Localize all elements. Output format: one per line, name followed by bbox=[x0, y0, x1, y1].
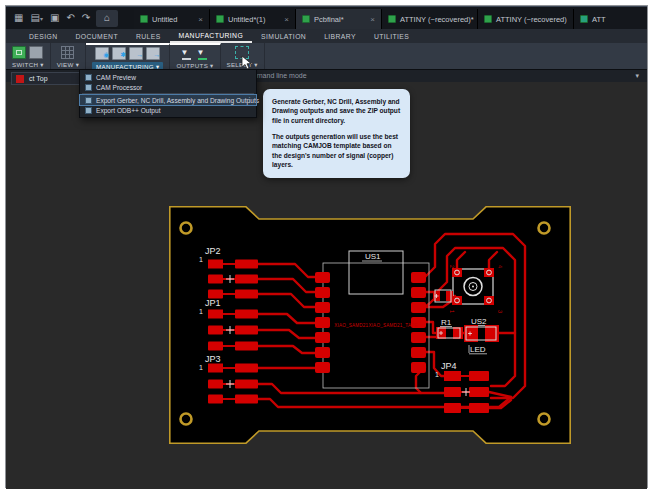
export-odb-icon[interactable]: → bbox=[146, 47, 160, 60]
svg-text:JP3: JP3 bbox=[205, 354, 221, 364]
tab-attiny-recovered-mod[interactable]: ATTINY (~recovered)* × bbox=[382, 9, 478, 29]
close-tab-icon[interactable]: × bbox=[278, 15, 289, 24]
menubar: DESIGN DOCUMENT RULES MANUFACTURING SIMU… bbox=[6, 29, 647, 43]
redo-icon[interactable]: ↷ bbox=[82, 10, 90, 26]
outputs-group-label[interactable]: OUTPUTS ▾ bbox=[176, 62, 213, 69]
tooltip-paragraph-1: Generate Gerber, NC Drill, Assembly and … bbox=[272, 97, 401, 125]
svg-text:4: 4 bbox=[497, 265, 503, 268]
export-odb-icon bbox=[85, 107, 92, 114]
tab-label: ATTINY (~recovered)* bbox=[400, 15, 474, 24]
cam-preview-icon[interactable]: ◉ bbox=[95, 47, 109, 60]
svg-text:1: 1 bbox=[199, 256, 203, 263]
chevron-down-icon: ▾ bbox=[254, 61, 257, 68]
close-tab-icon[interactable]: × bbox=[192, 15, 203, 24]
menu-separator bbox=[82, 93, 254, 94]
menu-utilities[interactable]: UTILITIES bbox=[365, 29, 418, 43]
tab-attiny-recovered[interactable]: ATTINY (~recovered) × bbox=[478, 9, 574, 29]
pcb-doc-icon bbox=[484, 15, 492, 23]
switch-group-label[interactable]: SWITCH ▾ bbox=[12, 61, 44, 68]
new-file-icon[interactable]: ▤▾ bbox=[30, 10, 42, 27]
svg-text:1: 1 bbox=[435, 371, 439, 378]
manufacturing-dropdown-menu: CAM Preview CAM Processor Export Gerber,… bbox=[79, 69, 257, 118]
tab-untitled[interactable]: Untitled × bbox=[134, 9, 210, 29]
layer-color-swatch bbox=[16, 75, 24, 83]
cam-preview-icon bbox=[85, 74, 92, 81]
submenu-ellipsis-icon: ⋮ bbox=[246, 96, 253, 104]
file-glyph: ▤ bbox=[30, 12, 39, 23]
tooltip-paragraph-2: The outputs generation will use the best… bbox=[272, 132, 401, 169]
pcb-board[interactable]: JP2 1 JP1 1 JP3 1 bbox=[169, 206, 571, 444]
view-grid-icon[interactable] bbox=[61, 46, 74, 59]
command-dropdown-arrow-icon[interactable]: ▾ bbox=[635, 70, 639, 82]
export-gerber-icon[interactable]: → bbox=[129, 47, 143, 60]
cam-processor-icon bbox=[85, 84, 92, 91]
menu-simulation[interactable]: SIMULATION bbox=[252, 29, 315, 43]
module-pads-left bbox=[315, 272, 330, 373]
svg-text:R1: R1 bbox=[441, 318, 452, 327]
svg-text:JP1: JP1 bbox=[205, 298, 221, 308]
schematic-doc-icon bbox=[580, 15, 588, 23]
plotter-icon[interactable]: ▼ bbox=[180, 47, 193, 60]
toolbar-group-view: VIEW ▾ bbox=[51, 43, 86, 69]
arrow-badge-icon: → bbox=[136, 49, 143, 61]
arrow-badge-icon: → bbox=[153, 49, 160, 61]
svg-text:LED: LED bbox=[470, 345, 486, 354]
svg-text:XIAO_SAMD21XIAO_SAMD21_TAPE: XIAO_SAMD21XIAO_SAMD21_TAPE bbox=[334, 323, 417, 328]
menu-rules[interactable]: RULES bbox=[127, 29, 170, 43]
svg-text:3: 3 bbox=[497, 310, 503, 313]
svg-text:2: 2 bbox=[449, 265, 455, 268]
pcb-doc-icon bbox=[388, 15, 396, 23]
plotter-base bbox=[198, 58, 207, 60]
menu-item-label: CAM Processor bbox=[96, 84, 142, 91]
label-text: OUTPUTS bbox=[176, 62, 208, 69]
active-layer-selector[interactable]: ct Top bbox=[11, 72, 89, 85]
export-gerber-tooltip: Generate Gerber, NC Drill, Assembly and … bbox=[263, 89, 410, 178]
switch-center-dot bbox=[472, 286, 474, 288]
pcb-doc-icon bbox=[216, 15, 224, 23]
menu-item-cam-processor[interactable]: CAM Processor bbox=[80, 82, 256, 92]
document-tabs: Untitled × Untitled*(1) × Pcbfinal* × AT… bbox=[134, 9, 647, 29]
svg-text:US2: US2 bbox=[471, 317, 487, 326]
toolbar-group-outputs: ▼ ▼ OUTPUTS ▾ bbox=[170, 43, 220, 69]
menu-item-label: CAM Preview bbox=[96, 74, 136, 81]
pcb-doc-icon bbox=[140, 15, 148, 23]
menu-item-export-odb[interactable]: Export ODB++ Output bbox=[80, 105, 256, 115]
file-dropdown-arrow-icon[interactable]: ▾ bbox=[40, 16, 43, 22]
menu-item-export-gerber[interactable]: Export Gerber, NC Drill, Assembly and Dr… bbox=[80, 95, 256, 105]
tab-label: Untitled*(1) bbox=[228, 15, 266, 24]
view-group-label[interactable]: VIEW ▾ bbox=[57, 61, 79, 68]
ribbon-toolbar: SWITCH ▾ VIEW ▾ ◉ ✱ → → MANUFACTURING ▾ … bbox=[6, 43, 647, 69]
home-button[interactable]: ⌂ bbox=[96, 10, 118, 27]
pcb-doc-icon bbox=[302, 15, 310, 23]
export-gerber-icon bbox=[85, 97, 92, 104]
menu-manufacturing[interactable]: MANUFACTURING bbox=[170, 29, 252, 43]
save-icon[interactable]: ▣ bbox=[50, 10, 59, 26]
menu-document[interactable]: DOCUMENT bbox=[66, 29, 126, 43]
toolbar-group-switch: SWITCH ▾ bbox=[6, 43, 51, 69]
gear-badge-icon: ✱ bbox=[120, 49, 126, 61]
switch-3d-board-icon[interactable] bbox=[29, 46, 43, 59]
tab-label: Pcbfinal* bbox=[314, 15, 344, 24]
svg-text:JP4: JP4 bbox=[441, 361, 457, 371]
menu-design[interactable]: DESIGN bbox=[20, 29, 66, 43]
switch-2d-board-icon[interactable] bbox=[12, 46, 26, 59]
chevron-down-icon: ▾ bbox=[76, 61, 79, 68]
cam-processor-icon[interactable]: ✱ bbox=[112, 47, 126, 60]
close-tab-icon[interactable]: × bbox=[364, 15, 375, 24]
layer-name: ct Top bbox=[29, 75, 48, 82]
tab-partial[interactable]: ATT bbox=[574, 9, 647, 29]
plotter-base bbox=[182, 58, 191, 60]
svg-text:JP2: JP2 bbox=[205, 246, 221, 256]
chevron-down-icon: ▾ bbox=[210, 62, 213, 69]
tab-untitled-1[interactable]: Untitled*(1) × bbox=[210, 9, 296, 29]
svg-text:1: 1 bbox=[199, 308, 203, 315]
menu-item-cam-preview[interactable]: CAM Preview bbox=[80, 72, 256, 82]
toolbar-group-manufacturing: ◉ ✱ → → MANUFACTURING ▾ bbox=[86, 43, 170, 69]
undo-icon[interactable]: ↶ bbox=[66, 10, 74, 26]
tab-pcbfinal[interactable]: Pcbfinal* × bbox=[296, 9, 382, 29]
chevron-down-icon: ▾ bbox=[40, 61, 43, 68]
plotter-green-icon[interactable]: ▼ bbox=[196, 47, 209, 60]
eye-badge-icon: ◉ bbox=[103, 49, 109, 61]
apps-grid-icon[interactable]: ▦ bbox=[14, 10, 23, 26]
menu-library[interactable]: LIBRARY bbox=[315, 29, 365, 43]
